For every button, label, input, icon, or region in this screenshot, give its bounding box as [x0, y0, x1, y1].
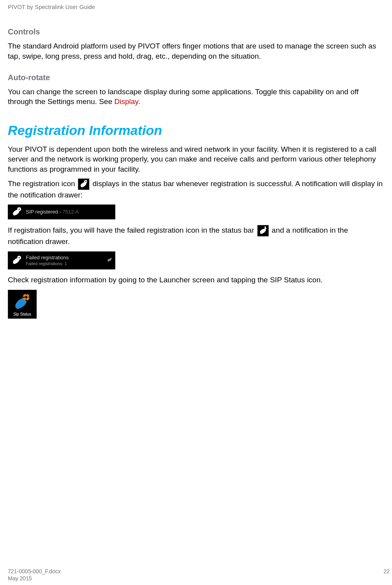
- footer-filename: 721-0005-000_F.docx: [8, 568, 390, 575]
- svg-point-5: [19, 209, 20, 210]
- page-footer: 22 721-0005-000_F.docx May 2015: [8, 568, 390, 582]
- svg-rect-7: [265, 230, 266, 231]
- registration-fail-icon: [257, 225, 269, 237]
- heading-autorotate: Auto-rotate: [8, 72, 384, 83]
- display-link[interactable]: Display: [115, 97, 138, 106]
- document-header: PIVOT by Spectralink User Guide: [8, 3, 384, 11]
- svg-point-1: [85, 181, 86, 181]
- registration-success-icon: [78, 178, 89, 190]
- svg-rect-6: [265, 226, 266, 229]
- notification-sip-registered: SIP registered - 7512-A: [8, 205, 115, 219]
- paragraph-registration-1: Your PIVOT is dependent upon both the wi…: [8, 144, 384, 174]
- svg-point-11: [25, 296, 27, 298]
- paragraph-registration-2: The registration icon displays in the st…: [8, 178, 384, 200]
- notification-failed-registrations: Failed registrations Failed registration…: [8, 251, 115, 269]
- paragraph-registration-4: Check registration information by going …: [8, 275, 384, 285]
- autorotate-text-post: .: [138, 97, 140, 106]
- heading-controls: Controls: [8, 27, 384, 37]
- heading-registration-information: Registration Information: [8, 122, 384, 140]
- svg-rect-13: [29, 296, 30, 298]
- notif-fail-line2: Failed registrations: 1: [26, 261, 69, 267]
- svg-rect-2: [85, 180, 85, 181]
- autorotate-text-pre: You can change the screen to landscape d…: [8, 88, 358, 106]
- svg-rect-15: [26, 300, 27, 301]
- reg-p3-pre: If registration fails, you will have the…: [8, 226, 256, 234]
- phone-gear-icon: [8, 205, 26, 219]
- svg-rect-12: [26, 293, 27, 295]
- notif-success-label: SIP registered -: [26, 209, 63, 215]
- paragraph-registration-3: If registration fails, you will have the…: [8, 225, 384, 247]
- sip-status-label: Sip Status: [8, 312, 36, 317]
- notif-success-extension: 7512-A: [63, 209, 79, 215]
- phone-gear-icon: [8, 251, 26, 269]
- page-number: 22: [383, 568, 390, 575]
- paragraph-autorotate: You can change the screen to landscape d…: [8, 87, 384, 107]
- svg-rect-3: [86, 181, 87, 181]
- sip-status-app-icon[interactable]: Sip Status: [8, 290, 37, 319]
- notif-fail-line1: Failed registrations: [26, 254, 69, 261]
- sip-status-glyph-icon: [8, 290, 36, 313]
- svg-point-9: [19, 257, 20, 258]
- phone-small-icon: [107, 257, 112, 264]
- paragraph-controls: The standard Android platform used by PI…: [8, 41, 384, 61]
- footer-date: May 2015: [8, 575, 390, 582]
- svg-rect-14: [23, 296, 25, 298]
- reg-p2-pre: The registration icon: [8, 179, 77, 188]
